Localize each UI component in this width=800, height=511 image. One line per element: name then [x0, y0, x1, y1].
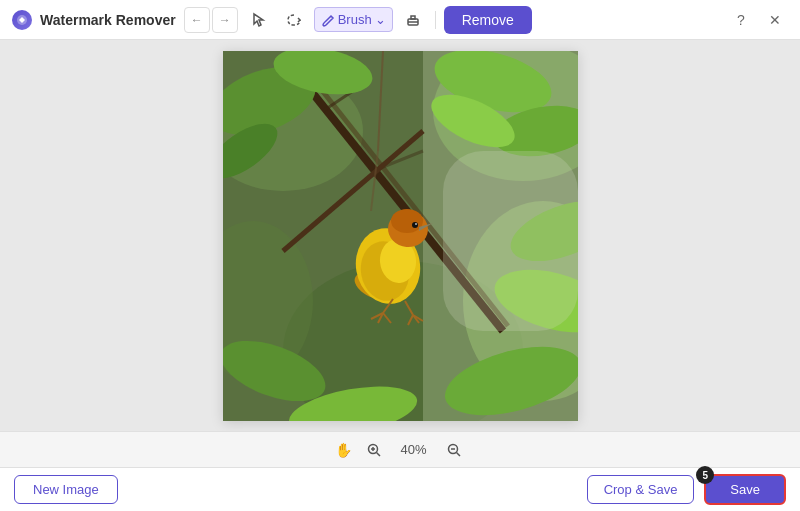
hand-tool-icon: ✋: [335, 442, 352, 458]
brush-chevron: ⌄: [375, 12, 386, 27]
svg-line-49: [456, 452, 460, 456]
brush-tool-button[interactable]: Brush ⌄: [314, 7, 393, 32]
eraser-tool-button[interactable]: [399, 8, 427, 32]
app-title: Watermark Remover: [40, 12, 176, 28]
title-left: Watermark Remover ← →: [12, 6, 532, 34]
zoom-in-button[interactable]: [362, 438, 386, 462]
toolbar-divider: [435, 11, 436, 29]
svg-point-30: [391, 209, 423, 233]
crop-save-button[interactable]: Crop & Save: [587, 475, 695, 504]
svg-line-45: [376, 452, 380, 456]
title-bar: Watermark Remover ← →: [0, 0, 800, 40]
help-button[interactable]: ?: [728, 7, 754, 33]
zoom-bar: ✋ 40%: [0, 431, 800, 467]
nav-buttons: ← →: [184, 7, 238, 33]
lasso-tool-button[interactable]: [280, 8, 308, 32]
brush-label: Brush: [338, 12, 372, 27]
bottom-right: Crop & Save 5 Save: [587, 474, 786, 505]
selection-tool-button[interactable]: [246, 8, 274, 32]
svg-point-31: [412, 222, 418, 228]
svg-rect-43: [443, 151, 578, 331]
main-canvas-area: [0, 40, 800, 431]
save-button[interactable]: Save: [704, 474, 786, 505]
title-right: ? ✕: [728, 7, 788, 33]
zoom-out-button[interactable]: [442, 438, 466, 462]
undo-button[interactable]: ←: [184, 7, 210, 33]
zoom-level-label: 40%: [396, 442, 432, 457]
toolbar: Brush ⌄: [246, 7, 427, 32]
svg-point-32: [415, 223, 417, 225]
app-logo: [12, 10, 32, 30]
bird-image: [223, 51, 578, 421]
remove-button[interactable]: Remove: [444, 6, 532, 34]
save-button-wrapper: 5 Save: [704, 474, 786, 505]
bird-scene-svg: [223, 51, 578, 421]
image-container[interactable]: [223, 51, 578, 421]
redo-button[interactable]: →: [212, 7, 238, 33]
bottom-bar: New Image Crop & Save 5 Save: [0, 467, 800, 511]
new-image-button[interactable]: New Image: [14, 475, 118, 504]
close-button[interactable]: ✕: [762, 7, 788, 33]
